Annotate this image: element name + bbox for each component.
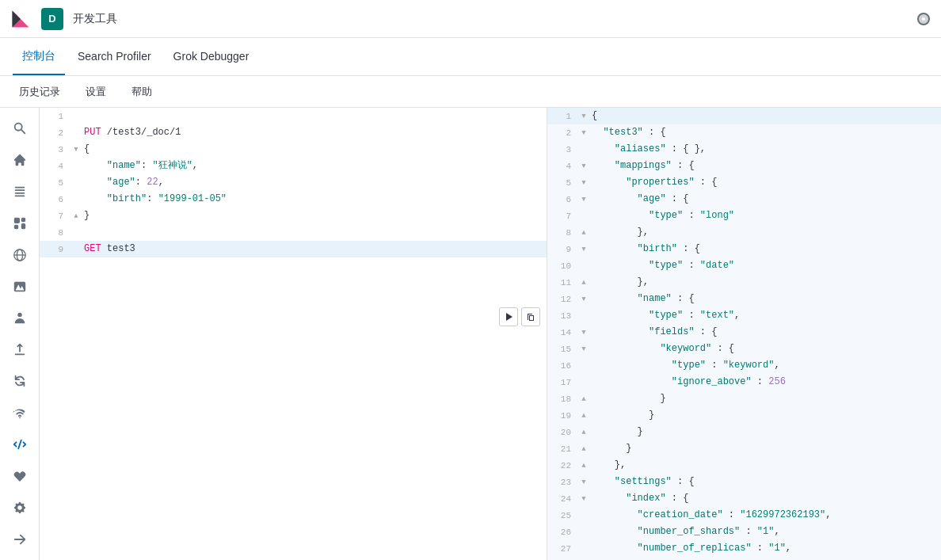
svg-marker-3 [506,313,512,321]
table-row: 7 ▲ } [40,208,547,224]
collapse-icon [13,532,27,547]
tab-search-profiler[interactable]: Search Profiler [68,38,161,75]
sidebar-item-dev-tools[interactable] [6,430,34,459]
right-editor-content[interactable]: 1 ▼ { 2 ▼ "test3" : { 3 "aliases" : { }, [547,108,941,560]
settings-icon [916,11,931,27]
sidebar-item-alerts[interactable] [6,462,34,490]
table-row: 1 ▼ { [547,108,941,124]
table-row: 25 "creation_date" : "1629972362193", [547,507,941,524]
sidebar-item-maps[interactable] [6,241,34,269]
divider-dots-icon: ⋮ [541,327,547,341]
sidebar-item-uptime[interactable] [6,335,34,364]
tab-console[interactable]: 控制台 [13,38,65,75]
top-bar: D 开发工具 [0,0,941,38]
sidebar-item-discover[interactable] [6,177,34,206]
action-buttons [499,307,540,326]
apm-icon [13,374,27,388]
left-editor-content[interactable]: 1 2 PUT /test3/_doc/1 3 ▼ { [40,108,547,560]
panels: 1 2 PUT /test3/_doc/1 3 ▼ { [40,108,941,560]
table-row: 13 "type" : "text", [547,307,941,324]
table-row: 5 ▼ "properties" : { [547,174,941,191]
table-row: 18 ▲ } [547,390,941,407]
discover-icon [13,185,27,199]
left-editor: 1 2 PUT /test3/_doc/1 3 ▼ { [40,108,547,560]
table-row: 9 GET test3 [40,241,547,257]
table-row: 24 ▼ "index" : { [547,490,941,507]
sidebar-item-users[interactable] [6,304,34,333]
home-icon [13,153,27,167]
table-row: 10 "type" : "date" [547,257,941,274]
gear-icon [13,501,27,515]
table-row: 9 ▼ "birth" : { [547,241,941,257]
dev-tools-icon [13,437,27,451]
table-row: 26 "number_of_shards" : "1", [547,524,941,540]
table-row: 2 PUT /test3/_doc/1 [40,124,547,141]
app-icon: D [41,8,63,30]
table-row: 17 "ignore_above" : 256 [547,374,941,390]
app-title: 开发工具 [73,12,117,26]
map-icon [13,248,27,262]
table-row: 11 ▲ }, [547,274,941,291]
help-button[interactable]: 帮助 [125,82,158,102]
table-row: 12 ▼ "name" : { [547,291,941,307]
logs-icon [13,406,27,420]
run-button[interactable] [499,307,518,326]
table-row: 4 "name": "狂神说", [40,158,547,174]
table-row: 16 "type" : "keyword", [547,357,941,374]
table-row: 6 ▼ "age" : { [547,191,941,208]
uptime-icon [13,342,27,356]
divider-handle[interactable]: ⋮ [543,108,547,560]
table-row: 4 ▼ "mappings" : { [547,158,941,174]
play-icon [504,312,513,322]
table-row: 1 [40,108,547,124]
sidebar-item-dashboard[interactable] [6,209,34,238]
dashboard-icon [13,216,27,230]
table-row: 28 "uuid" : "bziCWqP5Q0mxomp0FrG8CQ", [547,557,941,560]
sidebar-item-logs[interactable] [6,398,34,427]
table-row: 5 "age": 22, [40,174,547,191]
canvas-icon [13,280,27,294]
user-icon [13,310,27,325]
history-button[interactable]: 历史记录 [13,82,67,102]
table-row: 6 "birth": "1999-01-05" [40,191,547,208]
global-settings-button[interactable] [916,11,931,27]
kibana-logo-icon [10,8,32,30]
sidebar-item-search[interactable] [6,114,34,143]
sidebar [0,108,40,560]
table-row: 22 ▲ }, [547,457,941,474]
sidebar-item-settings[interactable] [6,493,34,522]
table-row: 15 ▼ "keyword" : { [547,341,941,357]
table-row: 7 "type" : "long" [547,208,941,224]
toolbar: 历史记录 设置 帮助 [0,76,941,108]
tab-grok-debugger[interactable]: Grok Debugger [164,38,259,75]
right-editor: 1 ▼ { 2 ▼ "test3" : { 3 "aliases" : { }, [547,108,941,560]
table-row: 3 ▼ { [40,141,547,158]
table-row: 19 ▲ } [547,407,941,424]
table-row: 8 [40,224,547,241]
tab-bar: 控制台 Search Profiler Grok Debugger [0,38,941,76]
table-row: 23 ▼ "settings" : { [547,474,941,490]
sidebar-item-apm[interactable] [6,367,34,395]
copy-button[interactable] [521,307,540,326]
main-area: 1 2 PUT /test3/_doc/1 3 ▼ { [0,108,941,560]
search-icon [13,121,27,135]
sidebar-item-canvas[interactable] [6,272,34,301]
table-row: 21 ▲ } [547,440,941,457]
sidebar-item-overview[interactable] [6,146,34,174]
copy-icon [526,312,535,322]
table-row: 20 ▲ } [547,424,941,440]
table-row: 3 "aliases" : { }, [547,141,941,158]
table-row: 14 ▼ "fields" : { [547,324,941,341]
table-row: 2 ▼ "test3" : { [547,124,941,141]
table-row: 27 "number_of_replicas" : "1", [547,540,941,557]
settings-button[interactable]: 设置 [79,82,112,102]
table-row: 8 ▲ }, [547,224,941,241]
sidebar-item-collapse[interactable] [6,525,34,554]
alert-icon [13,469,27,483]
